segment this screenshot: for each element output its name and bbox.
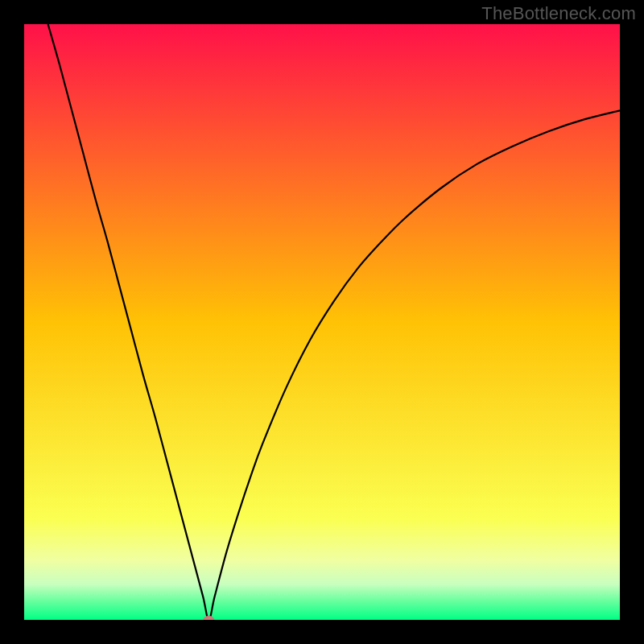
gradient-background: [24, 24, 620, 620]
plot-area: [24, 24, 620, 620]
chart-svg: [24, 24, 620, 620]
chart-container: TheBottleneck.com: [0, 0, 644, 644]
watermark-text: TheBottleneck.com: [481, 3, 636, 24]
